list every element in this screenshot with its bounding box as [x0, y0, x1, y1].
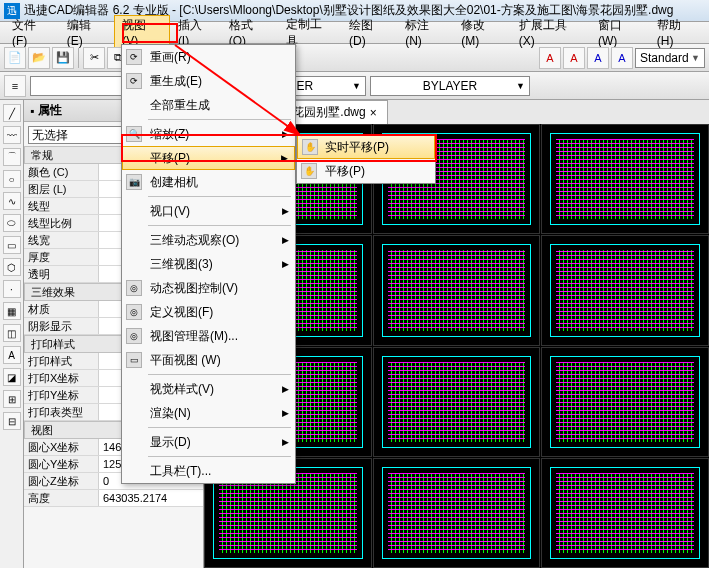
arc-icon[interactable]: ⌒ [3, 148, 21, 166]
polyline-icon[interactable]: 〰 [3, 126, 21, 144]
text-a4-icon[interactable]: A [611, 47, 633, 69]
menu-8[interactable]: 修改(M) [453, 15, 510, 50]
menu-item[interactable]: ⟳重画(R) [122, 45, 295, 69]
menu-1[interactable]: 编辑(E) [59, 15, 115, 50]
prop-row[interactable]: 高度643035.2174 [24, 490, 203, 507]
drawing-thumb[interactable] [373, 235, 541, 345]
menu-item[interactable]: 三维视图(3)▶ [122, 252, 295, 276]
menu-0[interactable]: 文件(F) [4, 15, 59, 50]
menu-item[interactable]: 工具栏(T)... [122, 459, 295, 483]
spline-icon[interactable]: ∿ [3, 192, 21, 210]
menu-item[interactable]: 渲染(N)▶ [122, 401, 295, 425]
view-menu-dropdown: ⟳重画(R)⟳重生成(E)全部重生成🔍缩放(Z)▶平移(P)▶📷创建相机视口(V… [121, 44, 296, 484]
save-icon[interactable]: 💾 [52, 47, 74, 69]
menu-item[interactable]: 视口(V)▶ [122, 199, 295, 223]
menu-item[interactable]: 平移(P)▶ [122, 146, 295, 170]
drawing-thumb[interactable] [541, 124, 709, 234]
menu-item[interactable]: 全部重生成 [122, 93, 295, 117]
text-a3-icon[interactable]: A [587, 47, 609, 69]
ellipse-icon[interactable]: ⬭ [3, 214, 21, 232]
block-icon[interactable]: ◪ [3, 368, 21, 386]
drawing-thumb[interactable] [541, 458, 709, 568]
drawing-thumb[interactable] [373, 347, 541, 457]
toolbar-layers: ≡ ▼ ◧ ◨ BYLAYER▼ BYLAYER▼ [0, 72, 709, 100]
menu-item[interactable]: ▭平面视图 (W) [122, 348, 295, 372]
menu-9[interactable]: 扩展工具(X) [511, 15, 590, 50]
rect-icon[interactable]: ▭ [3, 236, 21, 254]
table-icon[interactable]: ⊟ [3, 412, 21, 430]
point-icon[interactable]: · [3, 280, 21, 298]
menu-10[interactable]: 窗口(W) [590, 15, 649, 50]
menu-6[interactable]: 绘图(D) [341, 15, 397, 50]
polygon-icon[interactable]: ⬡ [3, 258, 21, 276]
layer-icon[interactable]: ≡ [4, 75, 26, 97]
menu-item[interactable]: ◎动态视图控制(V) [122, 276, 295, 300]
menu-item[interactable]: ◎定义视图(F) [122, 300, 295, 324]
style-combo[interactable]: Standard▼ [635, 48, 705, 68]
line-icon[interactable]: ╱ [3, 104, 21, 122]
menu-item[interactable]: 三维动态观察(O)▶ [122, 228, 295, 252]
menu-item[interactable]: 🔍缩放(Z)▶ [122, 122, 295, 146]
menu-item[interactable]: ⟳重生成(E) [122, 69, 295, 93]
text-a2-icon[interactable]: A [563, 47, 585, 69]
pan-submenu: ✋实时平移(P)✋平移(P) [296, 134, 436, 184]
submenu-item[interactable]: ✋实时平移(P) [297, 135, 435, 159]
menubar: 文件(F)编辑(E)视图(V)插入(I)格式(O)定制工具绘图(D)标注(N)修… [0, 22, 709, 44]
text-a-icon[interactable]: A [539, 47, 561, 69]
menu-item[interactable]: 视觉样式(V)▶ [122, 377, 295, 401]
menu-7[interactable]: 标注(N) [397, 15, 453, 50]
bylayer2-combo[interactable]: BYLAYER▼ [370, 76, 530, 96]
submenu-item[interactable]: ✋平移(P) [297, 159, 435, 183]
new-icon[interactable]: 📄 [4, 47, 26, 69]
menu-item[interactable]: 显示(D)▶ [122, 430, 295, 454]
cut-icon[interactable]: ✂ [83, 47, 105, 69]
menu-11[interactable]: 帮助(H) [649, 15, 705, 50]
drawing-thumb[interactable] [373, 458, 541, 568]
menu-item[interactable]: ◎视图管理器(M)... [122, 324, 295, 348]
insert-icon[interactable]: ⊞ [3, 390, 21, 408]
drawing-thumb[interactable] [541, 235, 709, 345]
hatch-icon[interactable]: ▦ [3, 302, 21, 320]
circle-icon[interactable]: ○ [3, 170, 21, 188]
region-icon[interactable]: ◫ [3, 324, 21, 342]
open-icon[interactable]: 📂 [28, 47, 50, 69]
left-toolbar: ╱ 〰 ⌒ ○ ∿ ⬭ ▭ ⬡ · ▦ ◫ A ◪ ⊞ ⊟ [0, 100, 24, 568]
drawing-thumb[interactable] [541, 347, 709, 457]
menu-item[interactable]: 📷创建相机 [122, 170, 295, 194]
text-icon[interactable]: A [3, 346, 21, 364]
close-icon[interactable]: × [370, 106, 377, 120]
